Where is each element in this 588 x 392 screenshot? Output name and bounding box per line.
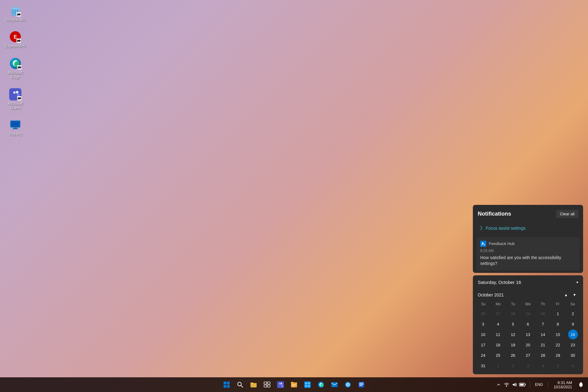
calendar-day[interactable]: 3 <box>523 361 533 371</box>
calendar-day[interactable]: 27 <box>523 350 533 360</box>
wifi-icon[interactable] <box>503 381 510 388</box>
calendar-day[interactable]: 15 <box>553 330 563 339</box>
this-pc-icon[interactable]: This PC <box>3 118 28 138</box>
calendar-day[interactable]: 10 <box>478 330 488 339</box>
calendar-panel: Saturday, October 16 ▾ October 2021 ▲ ▼ … <box>473 275 583 374</box>
calendar-day[interactable]: 18 <box>493 340 503 350</box>
expressvpn-icon[interactable]: E ExpressVPN <box>3 29 28 50</box>
svg-rect-50 <box>305 382 307 384</box>
notifications-button[interactable] <box>576 379 586 391</box>
recycle-bin-icon[interactable]: Recycle Bin <box>3 3 28 23</box>
taskbar-news[interactable] <box>355 379 368 391</box>
clock-area[interactable]: 9:31 AM 10/16/2021 <box>552 380 574 390</box>
calendar-day[interactable]: 4 <box>493 319 503 329</box>
taskbar-file-manager[interactable] <box>288 379 300 391</box>
calendar-day[interactable]: 21 <box>538 340 548 350</box>
svg-rect-55 <box>331 382 337 387</box>
calendar-day[interactable]: 8 <box>553 319 563 329</box>
calendar-prev-button[interactable]: ▲ <box>562 292 570 298</box>
calendar-day[interactable]: 9 <box>568 319 578 329</box>
svg-point-27 <box>482 242 484 244</box>
svg-line-33 <box>241 386 243 387</box>
svg-text:E: E <box>14 34 17 40</box>
volume-icon[interactable] <box>511 381 518 388</box>
svg-rect-47 <box>292 384 296 385</box>
start-button[interactable] <box>221 379 233 391</box>
calendar-day[interactable]: 26 <box>508 350 518 360</box>
calendar-day[interactable]: 1 <box>493 361 503 371</box>
calendar-day[interactable]: 26 <box>478 309 488 318</box>
svg-rect-23 <box>12 129 18 129</box>
calendar-day[interactable]: 19 <box>508 340 518 350</box>
taskbar-cortana[interactable] <box>342 379 354 391</box>
microsoft-edge-icon[interactable]: Microsoft Edge <box>3 56 28 81</box>
svg-rect-30 <box>224 385 226 388</box>
calendar-day[interactable]: 31 <box>478 361 488 371</box>
calendar-day[interactable]: 30 <box>568 350 578 360</box>
desktop-icons: Recycle Bin E ExpressVPN <box>3 3 28 138</box>
svg-rect-22 <box>13 128 17 129</box>
svg-rect-2 <box>13 7 17 8</box>
calendar-day[interactable]: 11 <box>493 330 503 339</box>
calendar-day[interactable]: 5 <box>508 319 518 329</box>
calendar-next-button[interactable]: ▼ <box>571 292 578 298</box>
calendar-day[interactable]: 6 <box>523 319 533 329</box>
calendar-month-nav: October 2021 ▲ ▼ <box>473 289 583 301</box>
svg-rect-53 <box>308 385 310 387</box>
calendar-day[interactable]: 17 <box>478 340 488 350</box>
clear-all-button[interactable]: Clear all <box>556 210 578 218</box>
taskbar-teams[interactable] <box>274 379 287 391</box>
language-indicator[interactable]: ENG <box>534 382 544 387</box>
calendar-day[interactable]: 14 <box>538 330 548 339</box>
calendar-day[interactable]: 22 <box>553 340 563 350</box>
calendar-day[interactable]: 1 <box>553 309 563 318</box>
svg-rect-37 <box>264 385 267 387</box>
svg-rect-48 <box>292 386 295 386</box>
calendar-day[interactable]: 13 <box>523 330 533 339</box>
system-tray-icons <box>495 381 526 388</box>
taskbar-mail[interactable] <box>328 379 341 391</box>
task-view-button[interactable] <box>261 379 273 391</box>
calendar-day[interactable]: 16 <box>568 330 578 339</box>
notification-card[interactable]: Feedback Hub 9:29 AM How satisfied are y… <box>477 237 579 270</box>
taskbar-center-apps <box>221 379 368 391</box>
svg-rect-35 <box>264 382 267 384</box>
calendar-chevron-icon: ▾ <box>576 280 578 285</box>
calendar-day[interactable]: 20 <box>523 340 533 350</box>
battery-icon[interactable] <box>519 381 526 388</box>
taskbar-file-explorer[interactable] <box>247 379 260 391</box>
calendar-day[interactable]: 30 <box>538 309 548 318</box>
svg-rect-60 <box>359 383 364 383</box>
calendar-day[interactable]: 28 <box>538 350 548 360</box>
calendar-day[interactable]: 27 <box>493 309 503 318</box>
calendar-day[interactable]: 7 <box>538 319 548 329</box>
calendar-month-label: October 2021 <box>478 292 504 297</box>
calendar-day[interactable]: 5 <box>553 361 563 371</box>
system-tray-expand[interactable] <box>495 381 502 388</box>
calendar-day[interactable]: 29 <box>523 309 533 318</box>
svg-rect-31 <box>227 385 230 388</box>
calendar-day[interactable]: 24 <box>478 350 488 360</box>
calendar-days-grid: 2627282930123456789101112131415161718192… <box>476 309 580 371</box>
calendar-day[interactable]: 28 <box>508 309 518 318</box>
calendar-day[interactable]: 6 <box>568 361 578 371</box>
calendar-day[interactable]: 23 <box>568 340 578 350</box>
svg-rect-66 <box>580 386 582 387</box>
notifications-panel: Notifications Clear all ☽ Focus assist s… <box>473 205 583 273</box>
calendar-date-header[interactable]: Saturday, October 16 ▾ <box>473 275 583 289</box>
taskbar-microsoft-store[interactable] <box>301 379 314 391</box>
calendar-day[interactable]: 12 <box>508 330 518 339</box>
search-button[interactable] <box>234 379 246 391</box>
calendar-day[interactable]: 3 <box>478 319 488 329</box>
notif-card-header: Feedback Hub <box>480 241 576 247</box>
microsoft-teams-icon[interactable]: Microsoft Teams <box>3 87 28 112</box>
calendar-day[interactable]: 25 <box>493 350 503 360</box>
focus-assist-label: Focus assist settings <box>486 226 526 231</box>
calendar-day[interactable]: 2 <box>568 309 578 318</box>
svg-rect-45 <box>278 385 281 387</box>
focus-assist-row[interactable]: ☽ Focus assist settings <box>473 222 583 235</box>
calendar-day[interactable]: 2 <box>508 361 518 371</box>
calendar-day[interactable]: 4 <box>538 361 548 371</box>
calendar-day[interactable]: 29 <box>553 350 563 360</box>
taskbar-edge[interactable] <box>315 379 327 391</box>
